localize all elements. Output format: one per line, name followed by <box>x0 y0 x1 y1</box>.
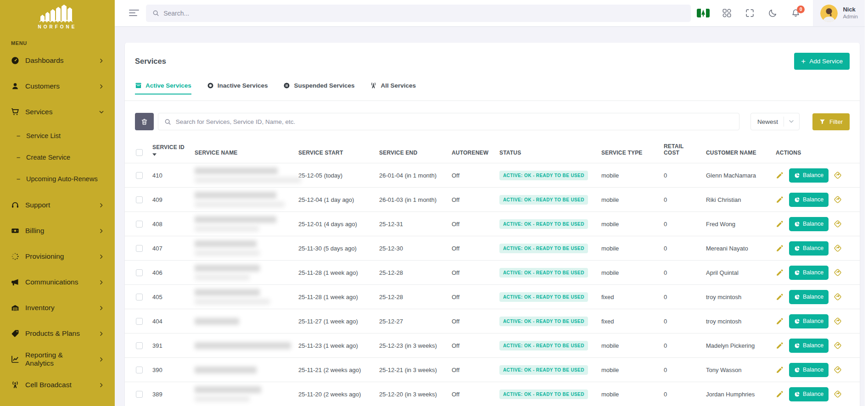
forward-button[interactable] <box>834 366 842 374</box>
column-header-service-type[interactable]: SERVICE TYPE <box>597 141 659 163</box>
notifications-button[interactable]: 0 <box>791 9 801 18</box>
balance-button[interactable]: Balance <box>789 217 829 231</box>
diamond-arrow-icon <box>834 220 842 228</box>
balance-button[interactable]: Balance <box>789 387 829 401</box>
sidebar-item-reporting-analytics[interactable]: Reporting & Analytics <box>0 346 115 372</box>
forward-button[interactable] <box>834 171 842 179</box>
sidebar-item-upcoming-auto-renews[interactable]: –Upcoming Auto-Renews <box>0 168 115 189</box>
language-flag-icon[interactable] <box>697 9 710 17</box>
row-checkbox[interactable] <box>136 245 143 252</box>
sort-select[interactable]: Newest <box>750 113 800 130</box>
balance-button[interactable]: Balance <box>789 339 829 353</box>
column-header-service-start[interactable]: SERVICE START <box>294 141 375 163</box>
warehouse-icon <box>11 304 19 312</box>
forward-button[interactable] <box>834 244 842 252</box>
sidebar-item-provisioning[interactable]: Provisioning <box>0 244 115 269</box>
brand-logo[interactable]: NORFONE <box>0 0 115 29</box>
sidebar-item-communications[interactable]: Communications <box>0 269 115 295</box>
row-checkbox[interactable] <box>136 196 143 203</box>
balance-button[interactable]: Balance <box>789 290 829 304</box>
balance-button[interactable]: Balance <box>789 363 829 377</box>
cell-retail-cost-value: 0 <box>664 294 667 300</box>
money-icon <box>11 227 19 235</box>
forward-button[interactable] <box>834 317 842 325</box>
select-all-checkbox[interactable] <box>136 149 143 156</box>
row-checkbox[interactable] <box>136 367 143 373</box>
edit-service-button[interactable] <box>776 293 784 301</box>
forward-button[interactable] <box>834 341 842 350</box>
services-search-input[interactable] <box>176 118 733 125</box>
forward-button[interactable] <box>834 220 842 228</box>
edit-service-button[interactable] <box>776 366 784 374</box>
cell-retail-cost: 0 <box>659 309 701 334</box>
add-service-button[interactable]: + Add Service <box>794 53 850 70</box>
balance-button[interactable]: Balance <box>789 241 829 256</box>
edit-service-button[interactable] <box>776 171 784 179</box>
sidebar-item-create-service[interactable]: –Create Service <box>0 146 115 168</box>
fullscreen-button[interactable] <box>745 9 755 18</box>
forward-button[interactable] <box>834 195 842 204</box>
cell-retail-cost-value: 0 <box>664 269 667 276</box>
person-icon <box>11 82 19 90</box>
column-header-autorenew[interactable]: AUTORENEW <box>447 141 495 163</box>
page-scrollbar[interactable] <box>865 0 868 406</box>
topbar-search-input[interactable] <box>163 10 684 17</box>
sort-caret-icon <box>152 153 157 156</box>
service-name-redacted-secondary <box>195 226 259 232</box>
column-header-service-id[interactable]: SERVICE ID <box>148 141 190 163</box>
row-checkbox[interactable] <box>136 318 143 325</box>
sidebar-item-label: Communications <box>25 278 78 286</box>
services-card: Services + Add Service Active ServicesIn… <box>125 43 860 406</box>
sidebar-item-cell-broadcast[interactable]: Cell Broadcast <box>0 372 115 398</box>
sidebar-item-billing[interactable]: Billing <box>0 218 115 244</box>
sidebar-item-service-list[interactable]: –Service List <box>0 125 115 146</box>
sidebar-item-dashboards[interactable]: Dashboards <box>0 48 115 73</box>
sidebar-item-inventory[interactable]: Inventory <box>0 295 115 321</box>
edit-service-button[interactable] <box>776 244 784 252</box>
row-checkbox[interactable] <box>136 221 143 228</box>
forward-button[interactable] <box>834 293 842 301</box>
edit-service-button[interactable] <box>776 317 784 325</box>
column-header-customer-name[interactable]: CUSTOMER NAME <box>701 141 771 163</box>
sidebar-item-support[interactable]: Support <box>0 192 115 218</box>
column-header-service-name[interactable]: SERVICE NAME <box>190 141 294 163</box>
tab-all-services[interactable]: All Services <box>370 82 416 95</box>
sidebar-item-label: Customers <box>25 82 60 90</box>
sidebar-item-services[interactable]: Services <box>0 99 115 125</box>
edit-service-button[interactable] <box>776 220 784 228</box>
balance-button[interactable]: Balance <box>789 314 829 328</box>
balance-button[interactable]: Balance <box>789 193 829 207</box>
forward-button[interactable] <box>834 268 842 277</box>
edit-service-button[interactable] <box>776 195 784 204</box>
user-menu[interactable]: Nick Admin <box>813 0 868 26</box>
tab-active-services[interactable]: Active Services <box>135 82 191 95</box>
column-header-retail-cost[interactable]: RETAIL COST <box>659 141 701 163</box>
hamburger-button[interactable] <box>129 9 140 17</box>
edit-service-button[interactable] <box>776 341 784 350</box>
column-header-service-end[interactable]: SERVICE END <box>375 141 447 163</box>
filter-button[interactable]: Filter <box>812 113 850 130</box>
apps-grid-button[interactable] <box>722 9 732 18</box>
column-header-status[interactable]: STATUS <box>495 141 597 163</box>
forward-button[interactable] <box>834 390 842 398</box>
row-checkbox[interactable] <box>136 269 143 276</box>
row-checkbox[interactable] <box>136 391 143 398</box>
column-header-actions[interactable]: ACTIONS <box>771 141 860 163</box>
balance-button[interactable]: Balance <box>789 168 829 183</box>
row-checkbox[interactable] <box>136 172 143 179</box>
tab-suspended-services[interactable]: Suspended Services <box>283 82 354 95</box>
cell-service-type-value: mobile <box>601 367 619 373</box>
service-name-redacted-secondary <box>195 299 270 305</box>
tab-inactive-services[interactable]: Inactive Services <box>207 82 268 95</box>
cell-service-start: 25-11-28 (1 week ago) <box>294 285 375 309</box>
row-checkbox[interactable] <box>136 342 143 349</box>
delete-selected-button[interactable] <box>135 113 154 130</box>
sidebar-item-products-plans[interactable]: Products & Plans <box>0 321 115 346</box>
dark-mode-button[interactable] <box>768 9 778 18</box>
sidebar-item-customers[interactable]: Customers <box>0 73 115 99</box>
row-checkbox[interactable] <box>136 294 143 300</box>
balance-button[interactable]: Balance <box>789 266 829 280</box>
edit-service-button[interactable] <box>776 390 784 398</box>
cell-service-end-value: 25-12-28 <box>379 294 403 300</box>
edit-service-button[interactable] <box>776 268 784 277</box>
